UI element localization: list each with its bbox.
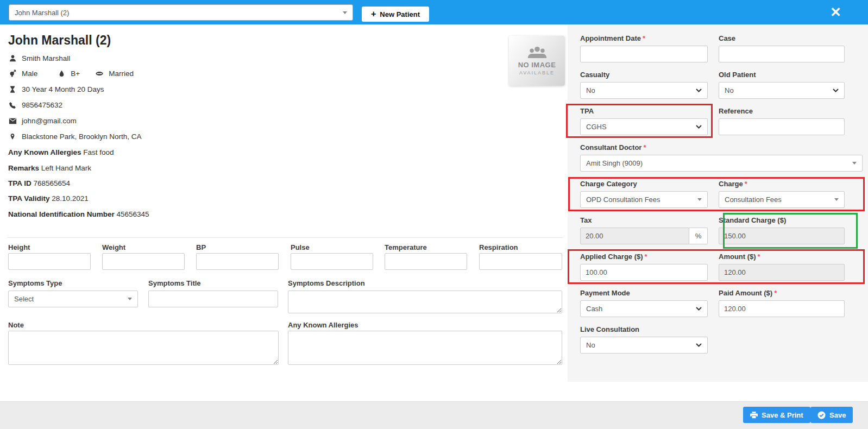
- paid-amount-input[interactable]: [719, 300, 845, 317]
- allergies-summary-value: Fast food: [83, 148, 114, 156]
- address-value: Blackstone Park, Brooklyn North, CA: [22, 133, 142, 141]
- tpa-validity-row: TPA Validity 28.10.2021: [8, 194, 89, 203]
- standard-charge-input[interactable]: [719, 228, 845, 244]
- weight-input[interactable]: [102, 253, 185, 270]
- tpa-validity-label: TPA Validity: [8, 194, 50, 203]
- pulse-input[interactable]: [291, 253, 373, 270]
- save-button[interactable]: Save: [810, 407, 853, 423]
- charge-category-value: OPD Consultation Fees: [586, 195, 661, 204]
- chevron-down-icon: [696, 307, 702, 311]
- nin-label: National Identification Number: [8, 210, 115, 218]
- charge-select[interactable]: Consultation Fees: [719, 191, 845, 208]
- tax-input[interactable]: [580, 228, 689, 244]
- payment-mode-value: Cash: [586, 305, 602, 313]
- address-icon: [8, 133, 17, 141]
- tax-percent-addon: %: [689, 228, 708, 244]
- amount-label: Amount ($)*: [719, 253, 760, 261]
- symptoms-type-label: Symptoms Type: [8, 279, 62, 287]
- bp-input[interactable]: [196, 253, 279, 270]
- nin-row: National Identification Number 45656345: [8, 210, 149, 218]
- allergies-summary-row: Any Known Allergies Fast food: [8, 148, 114, 156]
- symptoms-title-input[interactable]: [148, 291, 278, 307]
- any-known-allergies-textarea[interactable]: [288, 331, 562, 365]
- save-label: Save: [829, 411, 846, 419]
- patient-selector-value: John Marshall (2): [15, 9, 69, 17]
- live-consultation-value: No: [586, 341, 595, 349]
- dropdown-arrow-icon: [852, 162, 857, 165]
- patient-selector[interactable]: John Marshall (2): [9, 4, 353, 21]
- casualty-label: Casualty: [580, 71, 609, 79]
- chevron-down-icon: [696, 89, 702, 92]
- note-label: Note: [8, 321, 24, 329]
- casualty-select[interactable]: No: [580, 82, 708, 99]
- guardian-row: Smith Marshall: [8, 54, 70, 62]
- old-patient-select[interactable]: No: [719, 82, 845, 99]
- amount-input[interactable]: [719, 264, 845, 281]
- casualty-value: No: [586, 86, 595, 94]
- note-textarea[interactable]: [8, 331, 279, 365]
- phone-value: 9856475632: [22, 101, 62, 109]
- case-input[interactable]: [719, 46, 845, 62]
- respiration-label: Respiration: [479, 243, 518, 251]
- save-and-print-button[interactable]: Save & Print: [743, 407, 810, 423]
- gender-value: Male: [22, 70, 37, 78]
- patient-photo-placeholder: NO IMAGE AVAILABLE: [509, 36, 565, 86]
- tax-label: Tax: [580, 216, 592, 224]
- symptoms-description-label: Symptoms Description: [288, 279, 365, 287]
- symptoms-description-textarea[interactable]: [288, 291, 562, 313]
- charge-label: Charge*: [719, 180, 747, 188]
- consultant-doctor-select[interactable]: Amit Singh (9009): [580, 155, 863, 172]
- tpa-id-value: 768565654: [34, 179, 71, 187]
- applied-charge-input[interactable]: [580, 264, 708, 281]
- dropdown-arrow-icon: [834, 198, 839, 201]
- new-patient-label: New Patient: [380, 10, 420, 18]
- standard-charge-label: Standard Charge ($): [719, 216, 786, 224]
- gender-icon: [8, 70, 17, 78]
- tpa-value: CGHS: [586, 123, 607, 131]
- new-patient-button[interactable]: + New Patient: [362, 7, 429, 22]
- no-image-text: NO IMAGE: [518, 61, 556, 69]
- symptoms-type-value: Select: [14, 295, 34, 303]
- reference-input[interactable]: [719, 118, 845, 135]
- phone-icon: [8, 102, 17, 109]
- available-text: AVAILABLE: [519, 70, 555, 75]
- close-icon[interactable]: ✕: [830, 4, 841, 20]
- consultant-doctor-value: Amit Singh (9009): [586, 159, 643, 167]
- old-patient-value: No: [725, 86, 734, 94]
- height-input[interactable]: [8, 253, 91, 270]
- appointment-date-input[interactable]: [580, 46, 708, 62]
- charge-value: Consultation Fees: [725, 195, 782, 204]
- charge-category-label: Charge Category: [580, 180, 637, 188]
- payment-mode-label: Payment Mode: [580, 289, 630, 297]
- remarks-value: Left Hand Mark: [41, 164, 91, 172]
- tpa-id-label: TPA ID: [8, 179, 32, 187]
- tpa-label: TPA: [580, 107, 594, 115]
- old-patient-label: Old Patient: [719, 71, 756, 79]
- dropdown-arrow-icon: [128, 298, 132, 300]
- marital-status-value: Married: [109, 70, 134, 78]
- chevron-down-icon: [833, 89, 839, 92]
- guardian-icon: [8, 54, 17, 62]
- age-hourglass-icon: [8, 85, 17, 93]
- symptoms-title-label: Symptoms Title: [148, 279, 201, 287]
- payment-mode-select[interactable]: Cash: [580, 300, 708, 317]
- age-row: 30 Year 4 Month 20 Days: [8, 85, 104, 93]
- symptoms-type-select[interactable]: Select: [8, 291, 138, 307]
- appointment-form-panel: Appointment Date* Case Casualty No Old P…: [568, 24, 868, 382]
- live-consultation-select[interactable]: No: [580, 337, 708, 354]
- weight-label: Weight: [102, 243, 125, 251]
- charge-category-select[interactable]: OPD Consultation Fees: [580, 191, 708, 208]
- tpa-select[interactable]: CGHS: [580, 118, 708, 135]
- reference-label: Reference: [719, 107, 753, 115]
- remarks-label: Remarks: [8, 164, 39, 172]
- email-row: john@gmail.com: [8, 117, 77, 125]
- blood-group-value: B+: [71, 70, 80, 78]
- nin-value: 45656345: [117, 210, 149, 218]
- applied-charge-label: Applied Charge ($)*: [580, 253, 647, 261]
- email-value: john@gmail.com: [22, 117, 77, 125]
- respiration-input[interactable]: [479, 253, 562, 270]
- temperature-input[interactable]: [385, 253, 467, 270]
- guardian-name: Smith Marshall: [22, 54, 70, 62]
- consultant-doctor-label: Consultant Doctor*: [580, 143, 646, 152]
- save-and-print-label: Save & Print: [762, 411, 803, 419]
